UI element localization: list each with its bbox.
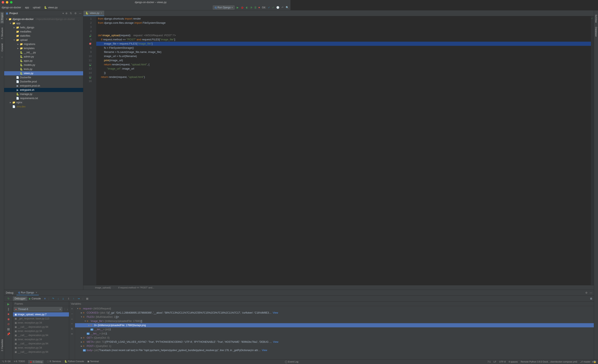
tree-item[interactable]: 📁mediafiles <box>4 30 83 34</box>
expand-all-icon[interactable]: ⇅ <box>70 12 72 15</box>
tree-item[interactable]: ▼📁app <box>4 21 83 25</box>
code-line[interactable]: image_url = fs.url(filename) <box>96 54 291 58</box>
tree-item[interactable]: ▶📁hello_django <box>4 25 83 30</box>
code-line[interactable] <box>96 25 291 29</box>
structure-tab[interactable]: 7: Structure <box>1 27 3 39</box>
tree-item[interactable]: 🐍models.py <box>4 63 83 67</box>
tree-item[interactable]: 🐍tests.py <box>4 67 83 71</box>
project-panel-header: ▦ Project ▾ ⊕ ⇅ ⚙ — <box>4 10 83 16</box>
code-area[interactable]: from django.shortcuts import renderfrom … <box>96 16 291 177</box>
commit-tab[interactable]: Commit <box>1 43 3 51</box>
tree-item[interactable]: 📁staticfiles <box>4 34 83 38</box>
project-panel: ▦ Project ▾ ⊕ ⇅ ⚙ — ▼📁 django-on-docker … <box>4 10 83 177</box>
tree-item[interactable]: ▶📁migrations <box>4 42 83 46</box>
tree-item[interactable]: 📄.env.dev <box>4 105 83 109</box>
hide-icon[interactable]: — <box>79 12 82 15</box>
navigation-bar: django-on-docker〉 app〉 upload〉 🐍views.py… <box>0 5 291 10</box>
tree-root[interactable]: ▼📁 django-on-docker ~/repos/testdriven/d… <box>4 17 83 21</box>
tree-item[interactable]: 🐍manage.py <box>4 92 83 96</box>
breadcrumb-item[interactable]: app <box>25 6 29 9</box>
tree-item[interactable]: ▶📁templates <box>4 46 83 50</box>
editor: 🐍views.py × 12345▶6789101112▶131415▶16 f… <box>83 10 291 177</box>
commit-dot-icon: ○ <box>1 56 3 58</box>
history-icon[interactable]: 🕓 <box>276 6 279 9</box>
window-title: django-on-docker – views.py <box>13 1 289 4</box>
editor-tab[interactable]: 🐍views.py × <box>83 11 104 16</box>
code-line[interactable]: }) <box>96 71 291 75</box>
editor-body[interactable]: 12345▶6789101112▶131415▶16 from django.s… <box>83 16 291 177</box>
stop-icon[interactable]: ■ <box>258 6 260 9</box>
close-window-icon[interactable] <box>2 1 4 4</box>
close-tab-icon[interactable]: × <box>101 12 102 15</box>
code-line[interactable]: from django.core.files.storage import Fi… <box>96 21 291 25</box>
editor-tabs: 🐍views.py × <box>83 10 291 16</box>
code-line[interactable] <box>96 79 291 83</box>
project-tree[interactable]: ▼📁 django-on-docker ~/repos/testdriven/d… <box>4 16 83 177</box>
run-toolbar: ▶ 🐞 ◐ ◔ ⇶ ■ Git: ✓ ✓ 🕓 ↶ 🔍 <box>237 6 289 9</box>
update-icon[interactable]: ✓ <box>272 6 274 9</box>
code-line[interactable]: return render(request, "upload.html") <box>96 75 291 79</box>
titlebar: django-on-docker – views.py <box>0 0 291 5</box>
coverage-icon[interactable]: ◐ <box>246 6 248 9</box>
code-line[interactable]: return render(request, "upload.html", { <box>96 63 291 67</box>
line-gutter[interactable]: 12345▶6789101112▶131415▶16 <box>83 16 93 177</box>
profile-icon[interactable]: ◔ <box>250 6 252 9</box>
tree-item[interactable]: ▶entrypoint.sh <box>4 88 83 92</box>
tree-item[interactable]: 🐍__init__.py <box>4 50 83 55</box>
code-line[interactable]: "image_url": image_url <box>96 67 291 71</box>
search-icon[interactable]: 🔍 <box>286 6 289 9</box>
tree-item[interactable]: 📄Dockerfile <box>4 75 83 80</box>
breadcrumb-item[interactable]: upload <box>33 6 40 9</box>
window-controls <box>2 1 13 4</box>
tree-item[interactable]: ▼📁upload <box>4 38 83 42</box>
revert-icon[interactable]: ↶ <box>282 6 283 9</box>
code-line[interactable]: print(image_url) <box>96 58 291 63</box>
gear-icon[interactable]: ⚙ <box>74 12 77 15</box>
tree-item[interactable]: 📄requirements.txt <box>4 96 83 100</box>
git-label: Git: <box>262 6 266 9</box>
left-tool-window-bar: 1: Project 7: Structure Commit ○ 2: Favo… <box>0 10 4 177</box>
run-config-selector[interactable]: djRun Django▾ <box>213 5 235 10</box>
code-line[interactable]: filename = fs.save(image_file.name, imag… <box>96 50 291 54</box>
tree-item[interactable]: 🐍admin.py <box>4 55 83 59</box>
tree-item[interactable]: 📄Dockerfile.prod <box>4 80 83 84</box>
code-line[interactable] <box>96 29 291 33</box>
maximize-window-icon[interactable] <box>10 1 13 4</box>
debug-icon[interactable]: 🐞 <box>241 6 244 9</box>
code-line[interactable]: def image_upload(request): request: <WSG… <box>96 33 291 38</box>
tree-item[interactable]: ▶📁nginx <box>4 100 83 105</box>
commit-icon[interactable]: ✓ <box>268 6 270 9</box>
code-line[interactable]: image_file = request.FILES["image_file"] <box>96 42 291 46</box>
project-tab[interactable]: 1: Project <box>0 12 4 23</box>
breadcrumb-item[interactable]: views.py <box>48 6 58 9</box>
project-panel-title[interactable]: Project <box>9 12 63 15</box>
fold-gutter[interactable] <box>93 16 96 177</box>
tree-item[interactable]: ▶entrypoint.prod.sh <box>4 84 83 88</box>
code-line[interactable]: fs = FileSystemStorage() <box>96 46 291 50</box>
select-opened-icon[interactable]: ⊕ <box>66 12 67 15</box>
code-line[interactable]: if request.method == "POST" and request.… <box>96 38 291 42</box>
breadcrumb[interactable]: django-on-docker〉 app〉 upload〉 🐍views.py <box>2 6 213 9</box>
tree-item[interactable]: 🐍apps.py <box>4 59 83 63</box>
breakpoint-icon[interactable] <box>89 43 91 45</box>
run-icon[interactable]: ▶ <box>237 6 239 9</box>
minimize-window-icon[interactable] <box>6 1 8 4</box>
concurrency-icon[interactable]: ⇶ <box>254 6 256 9</box>
tree-item[interactable]: 🐍views.py <box>4 71 83 75</box>
code-line[interactable]: from django.shortcuts import render <box>96 17 291 21</box>
breadcrumb-item[interactable]: django-on-docker <box>2 6 21 9</box>
